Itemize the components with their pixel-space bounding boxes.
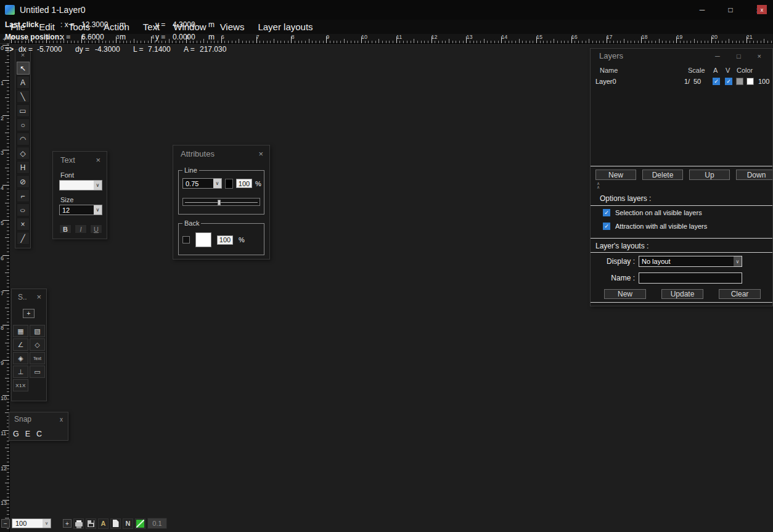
bold-button[interactable]: B bbox=[59, 224, 72, 234]
percent-label: % bbox=[255, 180, 261, 187]
zoom-in-button[interactable]: + bbox=[63, 519, 72, 528]
normal-mode-button[interactable]: N bbox=[123, 518, 133, 529]
layers-maximize-button[interactable]: □ bbox=[737, 52, 741, 60]
back-opacity-input[interactable]: 100 bbox=[217, 235, 233, 245]
line-width-slider[interactable] bbox=[182, 198, 260, 206]
size-dropdown[interactable]: 12 ∨ bbox=[59, 205, 102, 215]
layer-row[interactable]: Layer0 1/ 50 ✓ ✓ 100 bbox=[591, 77, 772, 87]
back-color-swatch[interactable] bbox=[195, 232, 211, 247]
check-icon: ✓ bbox=[604, 210, 609, 216]
dx-value: -5.7000 bbox=[37, 45, 75, 54]
snap-scale-button[interactable]: X1X bbox=[13, 379, 28, 391]
page-icon bbox=[113, 520, 119, 527]
text-mode-button[interactable]: A bbox=[98, 518, 108, 529]
snap-center-toggle[interactable]: C bbox=[36, 430, 42, 438]
layer-name: Layer0 bbox=[595, 78, 616, 85]
font-dropdown[interactable]: ∨ bbox=[59, 180, 102, 190]
layout-new-button[interactable]: New bbox=[604, 289, 646, 299]
layer-new-button[interactable]: New bbox=[595, 170, 636, 180]
new-page-button[interactable] bbox=[110, 518, 121, 529]
circle-tool-button[interactable]: ○ bbox=[17, 118, 30, 131]
snap-intersection-button[interactable]: ▧ bbox=[30, 325, 45, 337]
layer-attraction-checkbox[interactable]: ✓ bbox=[713, 78, 720, 85]
zoom-out-button[interactable]: − bbox=[1, 519, 10, 528]
trim-tool-button[interactable]: × bbox=[17, 218, 30, 231]
layer-visible-checkbox[interactable]: ✓ bbox=[725, 78, 732, 85]
snap-add-button[interactable]: + bbox=[23, 309, 35, 318]
print-button[interactable] bbox=[73, 518, 84, 529]
dy-value: -4.3000 bbox=[95, 45, 133, 54]
polyline-tool-button[interactable]: ⌐ bbox=[17, 189, 30, 202]
italic-button[interactable]: I bbox=[75, 224, 87, 234]
line-opacity-input[interactable]: 100 bbox=[236, 179, 252, 188]
y-eq-label: y = bbox=[155, 20, 173, 29]
polygon-tool-button[interactable]: ◇ bbox=[17, 147, 30, 160]
layers-minimize-button[interactable]: ─ bbox=[715, 52, 720, 60]
mouse-position-label: Mouse position: bbox=[5, 33, 60, 41]
back-fill-checkbox[interactable] bbox=[182, 236, 190, 243]
layout-clear-button[interactable]: Clear bbox=[719, 289, 761, 299]
collapse-options-button[interactable]: ∧ ∧ bbox=[597, 182, 600, 189]
select-tool-button[interactable]: ↖ bbox=[17, 62, 30, 75]
layer-delete-button[interactable]: Delete bbox=[642, 170, 683, 180]
layout-name-row: Name : bbox=[594, 272, 742, 284]
mouse-x-value: 6.6000 bbox=[81, 33, 120, 41]
snap-tools-close-button[interactable]: × bbox=[36, 292, 41, 301]
v-ruler-number: 12 bbox=[1, 465, 7, 472]
zoom-dropdown[interactable]: 100 ∨ bbox=[12, 518, 51, 528]
arc-tool-button[interactable]: ◠ bbox=[17, 133, 30, 145]
snap-panel-close-button[interactable]: x bbox=[60, 416, 63, 423]
snap-angle-button[interactable]: ∠ bbox=[13, 338, 28, 351]
back-group-label: Back bbox=[182, 219, 201, 227]
grid-step-value: 0.1 bbox=[147, 518, 167, 529]
attributes-panel-close-button[interactable]: × bbox=[258, 149, 263, 158]
measure-tool-button[interactable]: ╱ bbox=[17, 232, 30, 245]
attraction-all-layers-checkbox[interactable]: ✓ bbox=[603, 223, 610, 230]
line-tool-button[interactable]: ╲ bbox=[17, 90, 30, 103]
dimension-tool-button[interactable]: H bbox=[17, 161, 30, 174]
selection-all-layers-checkbox[interactable]: ✓ bbox=[603, 209, 610, 216]
layout-update-button[interactable]: Update bbox=[661, 289, 703, 299]
layer-down-button[interactable]: Down bbox=[736, 170, 773, 180]
line-color-swatch[interactable] bbox=[225, 179, 233, 189]
circle-tool-icon: ○ bbox=[20, 121, 25, 129]
snap-center-button[interactable]: ◈ bbox=[13, 352, 28, 364]
layer-back-color-swatch[interactable] bbox=[746, 78, 754, 85]
line-width-dropdown[interactable]: 0.75 ∨ bbox=[182, 178, 222, 189]
coordinates-panel-close-button[interactable]: x bbox=[757, 5, 767, 14]
layout-display-dropdown[interactable]: No layout ∨ bbox=[639, 256, 742, 267]
v-ruler: 012345678910111213 bbox=[0, 44, 10, 532]
chevron-up-icon: ∧ bbox=[597, 186, 600, 189]
v-ruler-number: 5 bbox=[1, 220, 4, 226]
snap-text-button[interactable]: Text bbox=[30, 352, 45, 364]
snap-node-button[interactable]: ◇ bbox=[30, 338, 45, 351]
v-ruler-number: 3 bbox=[1, 150, 4, 156]
compass-tool-icon: ⊘ bbox=[20, 178, 26, 186]
text-panel-close-button[interactable]: × bbox=[96, 155, 100, 165]
layer-layouts-label: Layer's layouts : bbox=[595, 242, 648, 250]
layers-close-button[interactable]: × bbox=[758, 52, 761, 60]
text-tool-button[interactable]: A bbox=[17, 76, 30, 89]
v-ruler-number: 7 bbox=[1, 290, 4, 297]
underline-button[interactable]: U bbox=[90, 224, 102, 234]
snap-box-button[interactable]: ▭ bbox=[30, 366, 45, 378]
v-ruler-number: 10 bbox=[1, 395, 7, 401]
layout-name-input[interactable] bbox=[639, 272, 742, 284]
snap-grid-toggle[interactable]: G bbox=[13, 430, 19, 438]
slider-thumb[interactable] bbox=[218, 200, 221, 205]
compass-tool-button[interactable]: ⊘ bbox=[17, 175, 30, 188]
v-ruler-number: 0 bbox=[1, 45, 4, 51]
pen-color-button[interactable] bbox=[135, 518, 145, 529]
snap-grid-button[interactable]: ▦ bbox=[13, 325, 28, 337]
rectangle-tool-button[interactable]: ▭ bbox=[17, 104, 30, 117]
minimize-button[interactable]: ─ bbox=[688, 0, 716, 20]
snap-endpoint-toggle[interactable]: E bbox=[25, 430, 30, 438]
save-button[interactable] bbox=[86, 518, 96, 529]
snap-panel: Snap x G E C bbox=[9, 412, 68, 441]
layer-color-swatch[interactable] bbox=[736, 78, 743, 85]
snap-perpendicular-button[interactable]: ⊥ bbox=[13, 366, 28, 378]
layer-up-button[interactable]: Up bbox=[689, 170, 730, 180]
maximize-button[interactable]: □ bbox=[716, 0, 745, 20]
line-group-label: Line bbox=[182, 166, 199, 174]
ellipse-tool-button[interactable]: ○ bbox=[17, 203, 30, 216]
